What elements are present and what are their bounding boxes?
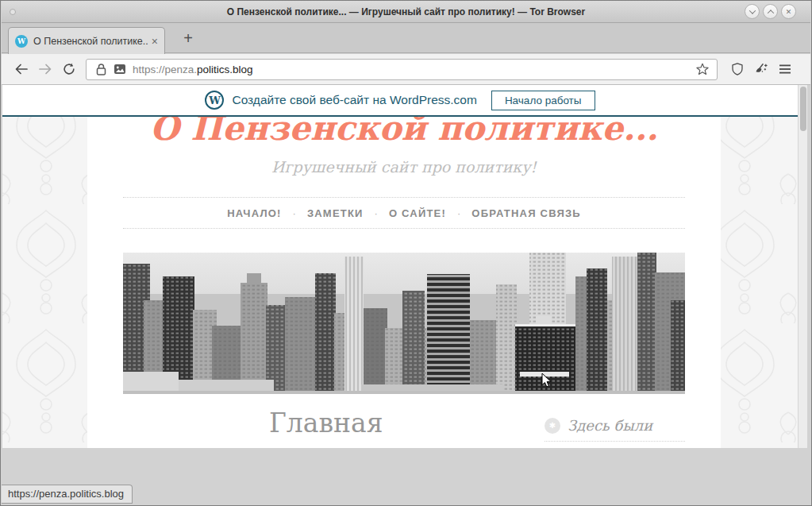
nav-separator: ·: [293, 207, 296, 219]
nav-link-about[interactable]: О САЙТЕ!: [389, 207, 446, 219]
page-viewport: W Создайте свой веб-сайт на WordPress.co…: [2, 85, 798, 448]
forward-button[interactable]: [33, 57, 57, 81]
mouse-cursor: [541, 373, 552, 388]
wordpress-banner: W Создайте свой веб-сайт на WordPress.co…: [2, 85, 798, 117]
site-navigation: НАЧАЛО! · ЗАМЕТКИ · О САЙТЕ! · ОБРАТНАЯ …: [123, 197, 685, 229]
tab-active[interactable]: W О Пензенской политике... ×: [8, 27, 165, 54]
new-identity-broom-button[interactable]: [749, 57, 773, 81]
navigation-toolbar: https://penza.politics.blog: [2, 54, 810, 85]
image-permission-icon[interactable]: [110, 64, 129, 75]
minimize-button[interactable]: [745, 4, 760, 19]
tab-bar: W О Пензенской политике... × +: [2, 23, 810, 53]
window-menu-dot[interactable]: [10, 9, 16, 15]
back-arrow-icon: [14, 62, 29, 76]
sidebar-widget: ✱ Здесь были: [545, 417, 685, 442]
back-button[interactable]: [10, 57, 33, 81]
lock-icon[interactable]: [91, 63, 110, 76]
nav-link-feedback[interactable]: ОБРАТНАЯ СВЯЗЬ: [471, 207, 580, 219]
maximize-button[interactable]: [763, 4, 778, 19]
window-titlebar[interactable]: О Пензенской политике... — Игрушечный са…: [2, 1, 810, 23]
site-content-column: О Пензенской политике... Игрушечный сайт…: [87, 117, 721, 448]
url-domain: politics.blog: [197, 64, 253, 75]
scrollbar-thumb[interactable]: [800, 87, 806, 131]
toolbar-right-icons: [718, 57, 797, 81]
widget-divider: [545, 441, 685, 442]
status-url-popup: https://penza.politics.blog: [2, 485, 133, 504]
close-button[interactable]: ✕: [781, 4, 796, 19]
nav-separator: ·: [457, 207, 460, 219]
url-text[interactable]: https://penza.politics.blog: [133, 64, 693, 75]
security-shield-button[interactable]: [725, 57, 749, 81]
url-bar[interactable]: https://penza.politics.blog: [86, 59, 718, 80]
new-tab-button[interactable]: +: [178, 28, 198, 48]
tab-title: О Пензенской политике...: [33, 36, 148, 47]
bookmark-star-icon[interactable]: [693, 62, 712, 76]
broom-icon: [753, 61, 769, 77]
reload-icon: [62, 62, 76, 76]
window-controls: ✕: [745, 4, 796, 19]
page-title: Главная: [269, 408, 383, 438]
url-scheme: https://penza.: [133, 64, 197, 75]
browser-window: О Пензенской политике... — Игрушечный са…: [0, 0, 812, 506]
menu-button[interactable]: [773, 57, 797, 81]
tab-close-icon[interactable]: ×: [152, 36, 158, 47]
hamburger-icon: [779, 64, 791, 75]
wordpress-favicon-icon: W: [15, 35, 28, 48]
hero-image[interactable]: [123, 253, 685, 394]
get-started-button[interactable]: Начало работы: [491, 91, 595, 110]
scrollbar[interactable]: [798, 85, 807, 448]
forward-arrow-icon: [38, 62, 52, 76]
nav-separator: ·: [375, 207, 378, 219]
reload-button[interactable]: [57, 57, 81, 81]
chevron-up-icon: [767, 10, 773, 16]
widget-title: Здесь были: [568, 417, 652, 434]
wordpress-logo-icon: W: [205, 91, 224, 110]
window-title: О Пензенской политике... — Игрушечный са…: [97, 1, 715, 23]
shield-icon: [730, 61, 745, 77]
site-tagline: Игрушечный сайт про политику!: [87, 158, 721, 176]
nav-link-notes[interactable]: ЗАМЕТКИ: [307, 207, 364, 219]
banner-message: Создайте свой веб-сайт на WordPress.com: [232, 93, 476, 107]
widget-flair-icon: ✱: [545, 418, 560, 434]
chevron-down-icon: [749, 7, 755, 14]
nav-link-home[interactable]: НАЧАЛО!: [227, 207, 281, 219]
